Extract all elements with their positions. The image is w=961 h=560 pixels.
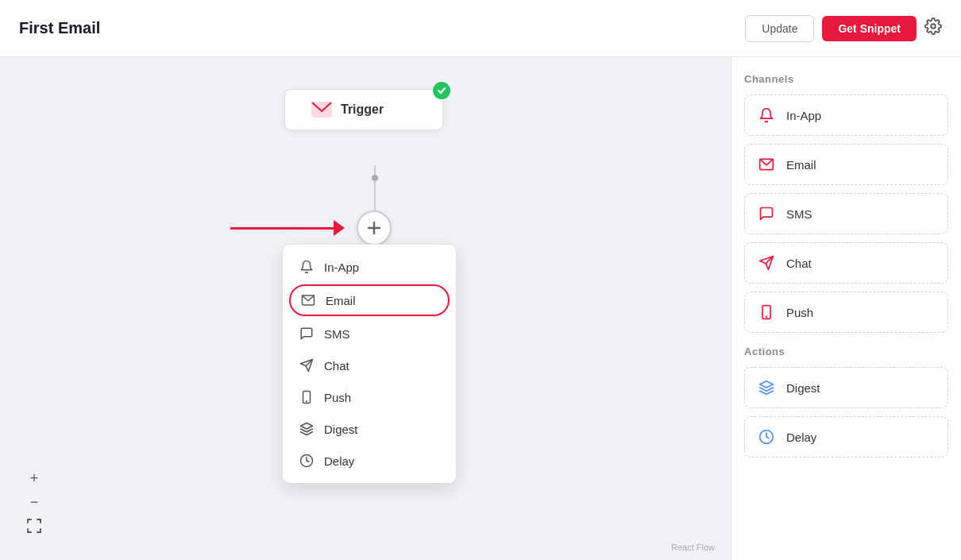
channel-card-in-app[interactable]: In-App bbox=[744, 95, 948, 136]
channel-card-delay[interactable]: Delay bbox=[744, 416, 948, 458]
trigger-node[interactable]: Trigger bbox=[284, 89, 443, 130]
connector-top bbox=[374, 165, 376, 175]
push-icon bbox=[299, 389, 315, 405]
arrow-pointer bbox=[230, 220, 345, 236]
menu-item-chat[interactable]: Chat bbox=[283, 350, 456, 381]
right-push-icon bbox=[756, 302, 777, 322]
channel-sms-label: SMS bbox=[786, 207, 812, 221]
channel-card-push[interactable]: Push bbox=[744, 292, 948, 333]
right-bell-icon bbox=[756, 105, 777, 126]
svg-point-0 bbox=[931, 24, 936, 29]
menu-item-in-app-label: In-App bbox=[324, 261, 359, 274]
react-flow-label: React Flow bbox=[671, 543, 715, 552]
trigger-label: Trigger bbox=[341, 102, 384, 117]
connector-line bbox=[374, 180, 376, 212]
channel-delay-label: Delay bbox=[786, 431, 816, 444]
zoom-controls: + − bbox=[24, 468, 44, 536]
menu-item-sms[interactable]: SMS bbox=[283, 318, 456, 350]
menu-item-digest-label: Digest bbox=[324, 423, 358, 436]
sms-icon bbox=[299, 326, 315, 342]
envelope-icon bbox=[300, 292, 316, 308]
right-envelope-icon bbox=[756, 154, 777, 175]
actions-section-label: Actions bbox=[744, 346, 948, 357]
channels-section-label: Channels bbox=[744, 73, 948, 85]
menu-item-delay[interactable]: Delay bbox=[283, 445, 456, 477]
menu-item-delay-label: Delay bbox=[324, 454, 354, 468]
zoom-in-button[interactable]: + bbox=[24, 468, 44, 489]
right-sms-icon bbox=[756, 203, 777, 224]
channel-card-sms[interactable]: SMS bbox=[744, 193, 948, 234]
channel-push-label: Push bbox=[786, 306, 813, 319]
header: First Email Update Get Snippet bbox=[0, 0, 961, 57]
canvas-area: Trigger In-App bbox=[0, 57, 731, 560]
channel-in-app-label: In-App bbox=[786, 109, 821, 122]
bell-icon bbox=[299, 259, 315, 275]
menu-item-sms-label: SMS bbox=[324, 327, 350, 341]
right-delay-icon bbox=[756, 427, 777, 447]
channel-card-chat[interactable]: Chat bbox=[744, 242, 948, 284]
menu-item-in-app[interactable]: In-App bbox=[283, 251, 456, 283]
settings-button[interactable] bbox=[924, 17, 942, 39]
menu-item-push-label: Push bbox=[324, 391, 351, 404]
check-badge bbox=[433, 82, 450, 99]
menu-item-chat-label: Chat bbox=[324, 359, 349, 373]
add-step-button[interactable] bbox=[357, 210, 392, 245]
menu-item-email[interactable]: Email bbox=[289, 284, 450, 316]
menu-item-digest[interactable]: Digest bbox=[283, 413, 456, 445]
svg-marker-16 bbox=[760, 381, 774, 388]
channel-email-label: Email bbox=[786, 158, 816, 172]
right-panel: Channels In-App Email SMS Chat bbox=[731, 57, 961, 560]
channel-card-digest[interactable]: Digest bbox=[744, 367, 948, 408]
delay-icon bbox=[299, 453, 315, 469]
page-title: First Email bbox=[19, 19, 745, 37]
zoom-out-button[interactable]: − bbox=[24, 492, 44, 512]
menu-item-email-label: Email bbox=[326, 294, 356, 307]
right-chat-icon bbox=[756, 253, 777, 273]
channel-dropdown: In-App Email SMS Chat bbox=[282, 244, 457, 484]
chat-icon bbox=[299, 357, 315, 373]
trigger-icon bbox=[311, 101, 333, 118]
channel-chat-label: Chat bbox=[786, 257, 812, 270]
update-button[interactable]: Update bbox=[745, 15, 814, 42]
digest-icon bbox=[299, 421, 315, 437]
fit-view-button[interactable] bbox=[24, 516, 44, 536]
main-layout: Trigger In-App bbox=[0, 57, 961, 560]
get-snippet-button[interactable]: Get Snippet bbox=[822, 16, 917, 41]
channel-digest-label: Digest bbox=[786, 381, 820, 395]
channel-card-email[interactable]: Email bbox=[744, 144, 948, 185]
menu-item-push[interactable]: Push bbox=[283, 381, 456, 413]
right-digest-icon bbox=[756, 377, 777, 398]
svg-marker-9 bbox=[301, 423, 313, 430]
